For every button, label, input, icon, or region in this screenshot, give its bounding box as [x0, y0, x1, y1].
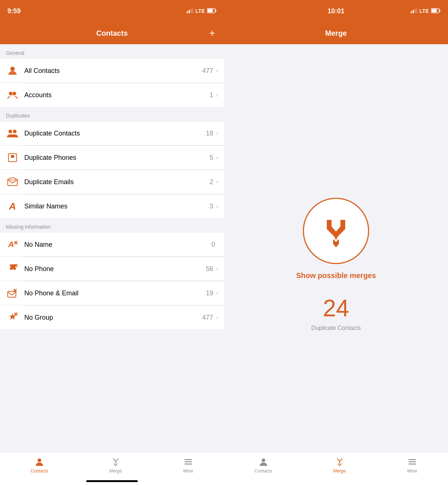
- all-contacts-item[interactable]: All Contacts 477 ›: [0, 59, 224, 83]
- right-signal-icon: [411, 8, 418, 14]
- right-tab-merge-icon: [335, 457, 345, 467]
- svg-rect-6: [208, 9, 213, 12]
- right-tab-contacts-icon: [258, 457, 269, 467]
- general-section: All Contacts 477 › Accounts 1: [0, 59, 224, 107]
- show-merges-button[interactable]: Show possible merges: [296, 271, 376, 280]
- svg-rect-13: [10, 178, 15, 180]
- no-phone-email-chevron: ›: [216, 290, 218, 296]
- duplicates-section: Duplicate Contacts 18 › Duplicate Phones…: [0, 122, 224, 218]
- no-name-count: 0: [211, 241, 215, 249]
- similar-names-item[interactable]: A Similar Names 3 ›: [0, 194, 224, 218]
- right-tab-more-icon: [407, 457, 417, 467]
- svg-rect-33: [416, 8, 417, 13]
- svg-rect-3: [192, 8, 193, 13]
- right-tab-bar: Contacts Merge More: [224, 452, 448, 485]
- duplicate-phones-chevron: ›: [216, 154, 218, 161]
- svg-rect-2: [190, 9, 192, 13]
- no-group-chevron: ›: [216, 314, 218, 321]
- right-time: 10:01: [328, 7, 344, 15]
- accounts-item[interactable]: Accounts 1 ›: [0, 83, 224, 107]
- duplicate-emails-icon: [6, 175, 19, 189]
- duplicate-emails-item[interactable]: Duplicate Emails 2 ›: [0, 170, 224, 194]
- left-time: 9:59: [7, 7, 21, 15]
- no-name-item[interactable]: A No Name 0: [0, 233, 224, 257]
- home-indicator: [86, 480, 138, 482]
- left-tab-contacts-label: Contacts: [31, 468, 48, 474]
- left-signal-icon: [187, 8, 194, 14]
- svg-point-37: [262, 458, 265, 462]
- right-tab-merge[interactable]: Merge: [333, 457, 346, 474]
- left-status-bar: 9:59 LTE: [0, 0, 224, 22]
- svg-rect-30: [411, 11, 412, 13]
- duplicate-count: 24: [323, 295, 349, 322]
- left-panel: 9:59 LTE Contacts + General: [0, 0, 224, 485]
- right-tab-contacts-label: Contacts: [255, 468, 272, 474]
- right-tab-contacts[interactable]: Contacts: [255, 457, 272, 474]
- svg-marker-23: [9, 313, 16, 320]
- left-tab-contacts[interactable]: Contacts: [31, 457, 48, 474]
- merge-content: Show possible merges 24 Duplicate Contac…: [224, 44, 448, 485]
- accounts-chevron: ›: [216, 92, 218, 98]
- svg-rect-31: [413, 10, 414, 13]
- duplicate-phones-item[interactable]: Duplicate Phones 5 ›: [0, 146, 224, 170]
- svg-rect-5: [216, 10, 217, 12]
- left-tab-more-icon: [183, 457, 193, 467]
- duplicate-emails-chevron: ›: [216, 179, 218, 185]
- no-group-count: 477: [202, 314, 213, 321]
- no-phone-email-item[interactable]: No Phone & Email 19 ›: [0, 281, 224, 305]
- left-tab-contacts-icon: [34, 457, 45, 467]
- missing-info-section: A No Name 0 No Phone: [0, 233, 224, 329]
- left-tab-merge-icon: [111, 457, 121, 467]
- svg-point-11: [13, 130, 17, 133]
- right-status-bar: 10:01 LTE: [224, 0, 448, 22]
- merge-icon-circle[interactable]: [303, 198, 369, 264]
- duplicate-emails-count: 2: [210, 178, 213, 186]
- left-tab-merge[interactable]: Merge: [109, 457, 122, 474]
- duplicate-contacts-item[interactable]: Duplicate Contacts 18 ›: [0, 122, 224, 145]
- similar-names-icon: A: [6, 200, 19, 213]
- no-group-item[interactable]: No Group 477 ›: [0, 306, 224, 329]
- all-contacts-count: 477: [202, 67, 213, 75]
- accounts-icon: [6, 88, 19, 102]
- right-nav-title: Merge: [325, 29, 347, 38]
- all-contacts-icon: [6, 64, 19, 77]
- svg-rect-36: [432, 9, 437, 12]
- no-name-label: No Name: [24, 241, 211, 249]
- duplicate-phones-count: 5: [210, 154, 213, 162]
- left-lte: LTE: [196, 8, 205, 14]
- no-phone-count: 56: [206, 265, 213, 273]
- similar-names-chevron: ›: [216, 203, 218, 210]
- similar-names-label: Similar Names: [24, 203, 210, 210]
- duplicate-contacts-count: 18: [206, 130, 213, 137]
- svg-rect-32: [414, 9, 416, 13]
- left-tab-more[interactable]: More: [183, 457, 193, 474]
- no-phone-email-count: 19: [206, 289, 213, 297]
- right-tab-more[interactable]: More: [407, 457, 417, 474]
- duplicate-contacts-icon: [6, 127, 19, 140]
- no-phone-label: No Phone: [24, 265, 206, 273]
- right-tab-merge-label: Merge: [333, 468, 346, 474]
- accounts-count: 1: [210, 91, 213, 99]
- left-nav-bar: Contacts +: [0, 22, 224, 44]
- duplicate-phones-label: Duplicate Phones: [24, 154, 210, 162]
- all-contacts-chevron: ›: [216, 67, 218, 74]
- left-battery-icon: [207, 7, 217, 15]
- svg-rect-1: [189, 10, 190, 13]
- right-lte: LTE: [420, 8, 429, 14]
- right-battery-icon: [431, 7, 441, 15]
- duplicate-count-section: 24 Duplicate Contacts: [311, 295, 361, 331]
- left-tab-merge-label: Merge: [109, 468, 122, 474]
- no-phone-item[interactable]: No Phone 56 ›: [0, 257, 224, 281]
- no-group-icon: [6, 311, 19, 324]
- duplicate-contacts-label: Duplicate Contacts: [24, 130, 206, 137]
- left-scroll-content: General All Contacts 477 ›: [0, 44, 224, 485]
- svg-rect-35: [440, 10, 441, 12]
- no-group-label: No Group: [24, 314, 202, 321]
- svg-point-9: [13, 92, 16, 95]
- svg-text:A: A: [8, 240, 14, 249]
- left-nav-title: Contacts: [96, 29, 128, 38]
- add-contact-button[interactable]: +: [200, 27, 215, 39]
- left-tab-more-label: More: [183, 468, 193, 474]
- svg-point-8: [9, 92, 13, 95]
- svg-point-26: [38, 458, 41, 462]
